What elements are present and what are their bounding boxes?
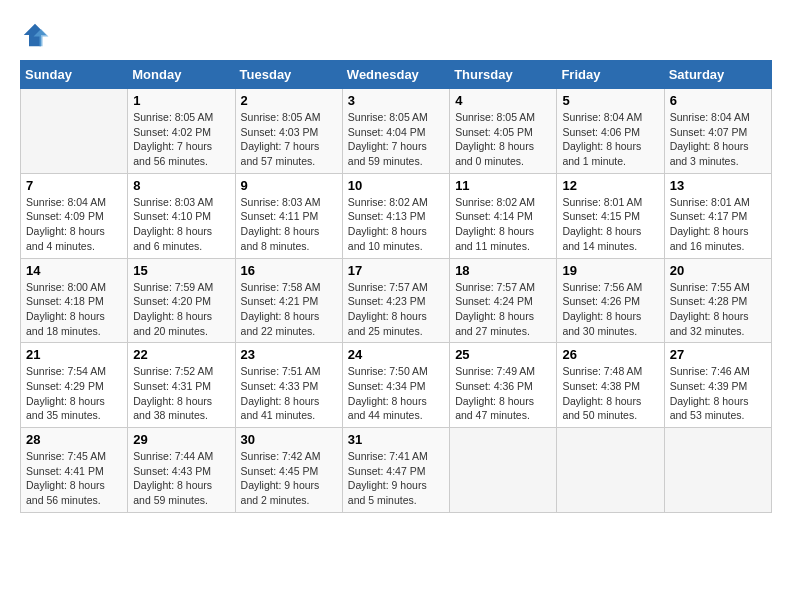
day-number: 4 bbox=[455, 93, 551, 108]
day-number: 6 bbox=[670, 93, 766, 108]
column-header-monday: Monday bbox=[128, 61, 235, 89]
week-row-4: 21Sunrise: 7:54 AMSunset: 4:29 PMDayligh… bbox=[21, 343, 772, 428]
week-row-2: 7Sunrise: 8:04 AMSunset: 4:09 PMDaylight… bbox=[21, 173, 772, 258]
day-cell: 21Sunrise: 7:54 AMSunset: 4:29 PMDayligh… bbox=[21, 343, 128, 428]
day-cell: 19Sunrise: 7:56 AMSunset: 4:26 PMDayligh… bbox=[557, 258, 664, 343]
day-number: 29 bbox=[133, 432, 229, 447]
day-number: 1 bbox=[133, 93, 229, 108]
day-info: Sunrise: 8:05 AMSunset: 4:04 PMDaylight:… bbox=[348, 110, 444, 169]
day-cell: 4Sunrise: 8:05 AMSunset: 4:05 PMDaylight… bbox=[450, 89, 557, 174]
day-number: 25 bbox=[455, 347, 551, 362]
day-info: Sunrise: 8:04 AMSunset: 4:09 PMDaylight:… bbox=[26, 195, 122, 254]
day-info: Sunrise: 8:02 AMSunset: 4:13 PMDaylight:… bbox=[348, 195, 444, 254]
day-number: 2 bbox=[241, 93, 337, 108]
day-cell: 16Sunrise: 7:58 AMSunset: 4:21 PMDayligh… bbox=[235, 258, 342, 343]
day-info: Sunrise: 7:44 AMSunset: 4:43 PMDaylight:… bbox=[133, 449, 229, 508]
day-cell: 10Sunrise: 8:02 AMSunset: 4:13 PMDayligh… bbox=[342, 173, 449, 258]
day-cell: 14Sunrise: 8:00 AMSunset: 4:18 PMDayligh… bbox=[21, 258, 128, 343]
calendar-table: SundayMondayTuesdayWednesdayThursdayFrid… bbox=[20, 60, 772, 513]
day-number: 9 bbox=[241, 178, 337, 193]
day-info: Sunrise: 8:00 AMSunset: 4:18 PMDaylight:… bbox=[26, 280, 122, 339]
day-number: 5 bbox=[562, 93, 658, 108]
day-cell: 18Sunrise: 7:57 AMSunset: 4:24 PMDayligh… bbox=[450, 258, 557, 343]
day-cell: 12Sunrise: 8:01 AMSunset: 4:15 PMDayligh… bbox=[557, 173, 664, 258]
day-cell: 3Sunrise: 8:05 AMSunset: 4:04 PMDaylight… bbox=[342, 89, 449, 174]
day-cell: 31Sunrise: 7:41 AMSunset: 4:47 PMDayligh… bbox=[342, 428, 449, 513]
day-cell: 1Sunrise: 8:05 AMSunset: 4:02 PMDaylight… bbox=[128, 89, 235, 174]
day-cell: 25Sunrise: 7:49 AMSunset: 4:36 PMDayligh… bbox=[450, 343, 557, 428]
day-info: Sunrise: 7:51 AMSunset: 4:33 PMDaylight:… bbox=[241, 364, 337, 423]
day-cell: 8Sunrise: 8:03 AMSunset: 4:10 PMDaylight… bbox=[128, 173, 235, 258]
day-info: Sunrise: 7:59 AMSunset: 4:20 PMDaylight:… bbox=[133, 280, 229, 339]
day-info: Sunrise: 7:57 AMSunset: 4:24 PMDaylight:… bbox=[455, 280, 551, 339]
column-header-saturday: Saturday bbox=[664, 61, 771, 89]
day-info: Sunrise: 7:49 AMSunset: 4:36 PMDaylight:… bbox=[455, 364, 551, 423]
day-cell: 28Sunrise: 7:45 AMSunset: 4:41 PMDayligh… bbox=[21, 428, 128, 513]
day-cell: 20Sunrise: 7:55 AMSunset: 4:28 PMDayligh… bbox=[664, 258, 771, 343]
day-info: Sunrise: 8:02 AMSunset: 4:14 PMDaylight:… bbox=[455, 195, 551, 254]
day-info: Sunrise: 7:56 AMSunset: 4:26 PMDaylight:… bbox=[562, 280, 658, 339]
day-info: Sunrise: 7:52 AMSunset: 4:31 PMDaylight:… bbox=[133, 364, 229, 423]
day-number: 15 bbox=[133, 263, 229, 278]
day-number: 3 bbox=[348, 93, 444, 108]
logo bbox=[20, 20, 54, 50]
day-info: Sunrise: 8:03 AMSunset: 4:11 PMDaylight:… bbox=[241, 195, 337, 254]
day-cell: 9Sunrise: 8:03 AMSunset: 4:11 PMDaylight… bbox=[235, 173, 342, 258]
day-cell: 5Sunrise: 8:04 AMSunset: 4:06 PMDaylight… bbox=[557, 89, 664, 174]
day-number: 10 bbox=[348, 178, 444, 193]
day-info: Sunrise: 8:05 AMSunset: 4:05 PMDaylight:… bbox=[455, 110, 551, 169]
day-cell bbox=[557, 428, 664, 513]
day-info: Sunrise: 8:05 AMSunset: 4:03 PMDaylight:… bbox=[241, 110, 337, 169]
column-header-tuesday: Tuesday bbox=[235, 61, 342, 89]
column-header-sunday: Sunday bbox=[21, 61, 128, 89]
day-number: 18 bbox=[455, 263, 551, 278]
day-info: Sunrise: 7:41 AMSunset: 4:47 PMDaylight:… bbox=[348, 449, 444, 508]
day-number: 7 bbox=[26, 178, 122, 193]
day-cell: 13Sunrise: 8:01 AMSunset: 4:17 PMDayligh… bbox=[664, 173, 771, 258]
day-number: 19 bbox=[562, 263, 658, 278]
day-cell: 15Sunrise: 7:59 AMSunset: 4:20 PMDayligh… bbox=[128, 258, 235, 343]
day-number: 23 bbox=[241, 347, 337, 362]
day-cell bbox=[664, 428, 771, 513]
day-cell: 17Sunrise: 7:57 AMSunset: 4:23 PMDayligh… bbox=[342, 258, 449, 343]
day-info: Sunrise: 7:55 AMSunset: 4:28 PMDaylight:… bbox=[670, 280, 766, 339]
header-row: SundayMondayTuesdayWednesdayThursdayFrid… bbox=[21, 61, 772, 89]
day-info: Sunrise: 7:57 AMSunset: 4:23 PMDaylight:… bbox=[348, 280, 444, 339]
day-number: 27 bbox=[670, 347, 766, 362]
day-info: Sunrise: 8:05 AMSunset: 4:02 PMDaylight:… bbox=[133, 110, 229, 169]
week-row-1: 1Sunrise: 8:05 AMSunset: 4:02 PMDaylight… bbox=[21, 89, 772, 174]
day-number: 22 bbox=[133, 347, 229, 362]
day-cell: 7Sunrise: 8:04 AMSunset: 4:09 PMDaylight… bbox=[21, 173, 128, 258]
day-cell: 30Sunrise: 7:42 AMSunset: 4:45 PMDayligh… bbox=[235, 428, 342, 513]
day-info: Sunrise: 7:46 AMSunset: 4:39 PMDaylight:… bbox=[670, 364, 766, 423]
day-info: Sunrise: 8:01 AMSunset: 4:15 PMDaylight:… bbox=[562, 195, 658, 254]
day-cell: 24Sunrise: 7:50 AMSunset: 4:34 PMDayligh… bbox=[342, 343, 449, 428]
day-info: Sunrise: 8:04 AMSunset: 4:06 PMDaylight:… bbox=[562, 110, 658, 169]
column-header-friday: Friday bbox=[557, 61, 664, 89]
day-info: Sunrise: 7:58 AMSunset: 4:21 PMDaylight:… bbox=[241, 280, 337, 339]
day-number: 26 bbox=[562, 347, 658, 362]
day-number: 8 bbox=[133, 178, 229, 193]
logo-icon bbox=[20, 20, 50, 50]
day-number: 30 bbox=[241, 432, 337, 447]
day-info: Sunrise: 7:45 AMSunset: 4:41 PMDaylight:… bbox=[26, 449, 122, 508]
day-number: 31 bbox=[348, 432, 444, 447]
day-cell: 27Sunrise: 7:46 AMSunset: 4:39 PMDayligh… bbox=[664, 343, 771, 428]
day-number: 24 bbox=[348, 347, 444, 362]
day-number: 20 bbox=[670, 263, 766, 278]
week-row-5: 28Sunrise: 7:45 AMSunset: 4:41 PMDayligh… bbox=[21, 428, 772, 513]
day-cell: 22Sunrise: 7:52 AMSunset: 4:31 PMDayligh… bbox=[128, 343, 235, 428]
column-header-wednesday: Wednesday bbox=[342, 61, 449, 89]
day-cell bbox=[450, 428, 557, 513]
day-cell: 26Sunrise: 7:48 AMSunset: 4:38 PMDayligh… bbox=[557, 343, 664, 428]
day-cell: 2Sunrise: 8:05 AMSunset: 4:03 PMDaylight… bbox=[235, 89, 342, 174]
day-cell: 6Sunrise: 8:04 AMSunset: 4:07 PMDaylight… bbox=[664, 89, 771, 174]
day-number: 13 bbox=[670, 178, 766, 193]
day-info: Sunrise: 8:03 AMSunset: 4:10 PMDaylight:… bbox=[133, 195, 229, 254]
day-number: 16 bbox=[241, 263, 337, 278]
day-cell: 29Sunrise: 7:44 AMSunset: 4:43 PMDayligh… bbox=[128, 428, 235, 513]
day-info: Sunrise: 8:04 AMSunset: 4:07 PMDaylight:… bbox=[670, 110, 766, 169]
day-cell: 11Sunrise: 8:02 AMSunset: 4:14 PMDayligh… bbox=[450, 173, 557, 258]
day-info: Sunrise: 7:42 AMSunset: 4:45 PMDaylight:… bbox=[241, 449, 337, 508]
day-info: Sunrise: 7:50 AMSunset: 4:34 PMDaylight:… bbox=[348, 364, 444, 423]
